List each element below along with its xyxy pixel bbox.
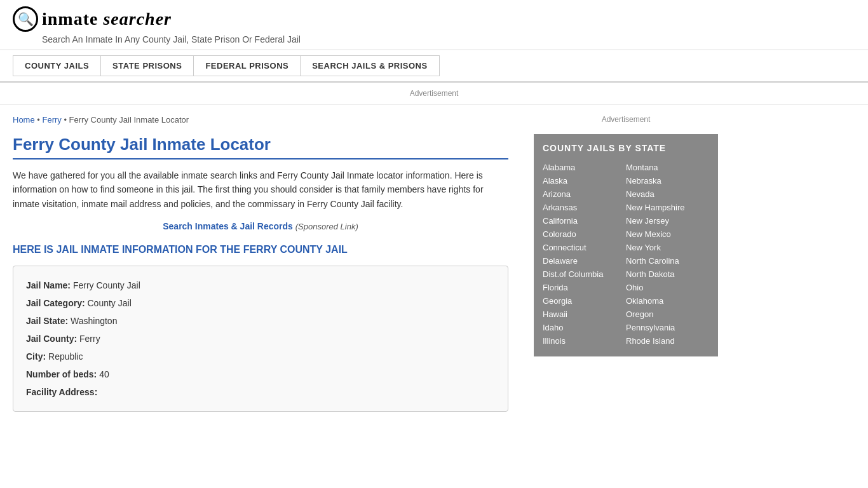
state-new-hampshire[interactable]: New Hampshire [626,201,709,214]
state-new-york[interactable]: New York [626,241,709,254]
ad-bar: Advertisement [0,83,868,105]
city-label: City: [26,351,46,362]
state-hawaii[interactable]: Hawaii [543,308,626,321]
state-arkansas[interactable]: Arkansas [543,201,626,214]
state-illinois[interactable]: Illinois [543,334,626,348]
jail-state-value: Washington [71,316,117,326]
tagline: Search An Inmate In Any County Jail, Sta… [42,34,855,44]
info-jail-state: Jail State: Washington [26,312,495,330]
state-oklahoma[interactable]: Oklahoma [626,294,709,308]
info-jail-category: Jail Category: County Jail [26,294,495,312]
sponsored-label: (Sponsored Link) [295,222,358,231]
subheading: HERE IS JAIL INMATE INFORMATION FOR THE … [13,244,508,255]
breadcrumb-home[interactable]: Home [13,115,35,125]
breadcrumb: Home • Ferry • Ferry County Jail Inmate … [13,115,508,125]
states-col2: Montana Nebraska Nevada New Hampshire Ne… [626,161,709,348]
state-idaho[interactable]: Idaho [543,321,626,334]
states-grid: Alabama Alaska Arizona Arkansas Californ… [543,161,709,348]
state-rhode-island[interactable]: Rhode Island [626,334,709,348]
main-layout: Home • Ferry • Ferry County Jail Inmate … [0,105,868,422]
jail-category-value: County Jail [87,298,131,308]
jail-name-label: Jail Name: [26,280,71,290]
logo-area: 🔍 inmate searcher [13,6,855,32]
state-colorado[interactable]: Colorado [543,227,626,241]
sidebar: Advertisement COUNTY JAILS BY STATE Alab… [521,105,718,422]
info-jail-county: Jail County: Ferry [26,330,495,348]
breadcrumb-current: Ferry County Jail Inmate Locator [69,115,189,125]
nav-bar: COUNTY JAILS STATE PRISONS FEDERAL PRISO… [0,50,868,83]
county-jails-nav-btn[interactable]: COUNTY JAILS [13,55,101,76]
description: We have gathered for you all the availab… [13,168,508,211]
beds-label: Number of beds: [26,369,97,379]
state-georgia[interactable]: Georgia [543,294,626,308]
jail-name-value: Ferry County Jail [73,280,140,290]
info-jail-name: Jail Name: Ferry County Jail [26,276,495,294]
state-new-mexico[interactable]: New Mexico [626,227,709,241]
state-arizona[interactable]: Arizona [543,187,626,201]
page-title: Ferry County Jail Inmate Locator [13,135,508,159]
state-dc[interactable]: Dist.of Columbia [543,268,626,281]
state-alaska[interactable]: Alaska [543,174,626,187]
county-jails-by-state-box: COUNTY JAILS BY STATE Alabama Alaska Ari… [534,134,718,356]
beds-value: 40 [99,369,109,379]
facility-address-label: Facility Address: [26,387,97,397]
logo-text: inmate searcher [42,9,172,29]
state-pennsylvania[interactable]: Pennsylvania [626,321,709,334]
states-col1: Alabama Alaska Arizona Arkansas Californ… [543,161,626,348]
state-prisons-nav-btn[interactable]: STATE PRISONS [101,55,194,76]
federal-prisons-nav-btn[interactable]: FEDERAL PRISONS [194,55,301,76]
county-jails-by-state-title: COUNTY JAILS BY STATE [543,143,709,153]
state-alabama[interactable]: Alabama [543,161,626,174]
city-value: Republic [48,351,83,362]
state-nebraska[interactable]: Nebraska [626,174,709,187]
state-oregon[interactable]: Oregon [626,308,709,321]
jail-county-value: Ferry [79,334,100,344]
state-north-dakota[interactable]: North Dakota [626,268,709,281]
state-connecticut[interactable]: Connecticut [543,241,626,254]
info-box: Jail Name: Ferry County Jail Jail Catego… [13,266,508,412]
state-montana[interactable]: Montana [626,161,709,174]
info-city: City: Republic [26,348,495,365]
sidebar-ad: Advertisement [534,115,718,124]
main-content: Home • Ferry • Ferry County Jail Inmate … [13,105,521,422]
sponsored-link[interactable]: Search Inmates & Jail Records [163,221,293,231]
jail-county-label: Jail County: [26,334,77,344]
state-new-jersey[interactable]: New Jersey [626,214,709,227]
state-nevada[interactable]: Nevada [626,187,709,201]
header: 🔍 inmate searcher Search An Inmate In An… [0,0,868,50]
info-beds: Number of beds: 40 [26,365,495,383]
jail-category-label: Jail Category: [26,298,85,308]
jail-state-label: Jail State: [26,316,68,326]
breadcrumb-ferry[interactable]: Ferry [42,115,61,125]
state-ohio[interactable]: Ohio [626,281,709,294]
state-delaware[interactable]: Delaware [543,254,626,268]
logo-icon: 🔍 [13,6,38,32]
info-facility-address: Facility Address: [26,383,495,401]
search-jails-nav-btn[interactable]: SEARCH JAILS & PRISONS [301,55,439,76]
state-california[interactable]: California [543,214,626,227]
state-north-carolina[interactable]: North Carolina [626,254,709,268]
sponsored-link-area: Search Inmates & Jail Records (Sponsored… [13,221,508,231]
state-florida[interactable]: Florida [543,281,626,294]
